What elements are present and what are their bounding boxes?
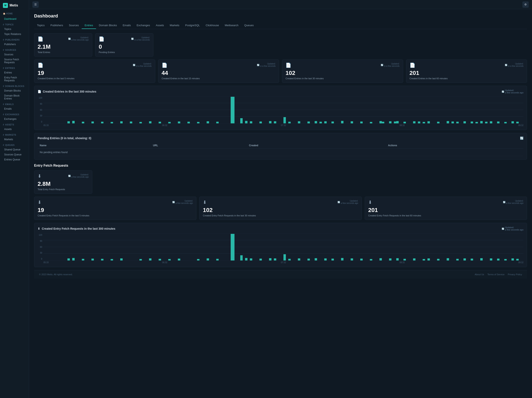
svg-rect-78: [139, 259, 142, 261]
svg-rect-84: [207, 258, 209, 261]
chart1-title: 📄 Created Entries in the last 300 minute…: [38, 89, 524, 94]
svg-rect-103: [380, 258, 382, 261]
app-logo[interactable]: M Metis: [0, 0, 29, 11]
pending-update-label: 🔄 Updated:in a few seconds: [131, 36, 150, 41]
svg-rect-106: [404, 259, 406, 261]
sidebar-item-domain-block-entries[interactable]: Domain Block Entries: [0, 93, 29, 101]
svg-rect-111: [447, 258, 449, 261]
download-icon2: ⬇: [38, 200, 41, 205]
sidebar-item-dashboard[interactable]: Dashboard: [0, 16, 29, 21]
sidebar-item-publishers[interactable]: Publishers: [0, 42, 29, 47]
sidebar-item-sources[interactable]: Sources: [0, 52, 29, 57]
entries-5min-label: Created Entries in the last 5 minutes: [38, 77, 152, 80]
sidebar-item-sources-queue[interactable]: Sources Queue: [0, 152, 29, 157]
svg-rect-117: [497, 259, 500, 261]
sidebar-section-emails: EMAILS: [0, 101, 29, 106]
sidebar: M Metis 🏠 HOME Dashboard TOPICS Topics T…: [0, 0, 29, 398]
svg-rect-88: [250, 258, 252, 261]
svg-rect-54: [456, 122, 459, 123]
sidebar-section-assets: ASSETS: [0, 122, 29, 127]
logo-icon: M: [3, 3, 8, 8]
svg-rect-52: [447, 121, 449, 123]
efr-stats-row: ⬇ 🔄Updated:a few seconds ago 19 Created …: [34, 197, 527, 220]
sidebar-item-entries[interactable]: Entries: [0, 70, 29, 75]
menu-button[interactable]: ☰: [32, 1, 39, 8]
sidebar-item-entry-fetch-requests[interactable]: Entry Fetch Requests: [0, 75, 29, 83]
svg-rect-105: [396, 258, 399, 261]
sidebar-item-markets[interactable]: Markets: [0, 137, 29, 142]
svg-rect-102: [370, 259, 372, 261]
entries-60min-label: Created Entries in the last 60 minutes: [410, 77, 524, 80]
sidebar-item-exchanges[interactable]: Exchanges: [0, 117, 29, 122]
svg-rect-70: [231, 234, 234, 261]
tab-domain-blocks[interactable]: Domain Blocks: [96, 22, 120, 29]
svg-rect-62: [504, 122, 507, 123]
svg-rect-50: [427, 121, 430, 123]
settings-button[interactable]: ⚙: [522, 1, 529, 8]
total-entries-label: Total Entries: [38, 51, 89, 53]
tab-assets[interactable]: Assets: [153, 22, 167, 29]
svg-rect-24: [245, 121, 247, 123]
footer-privacy[interactable]: Privacy Policy: [508, 273, 522, 276]
svg-rect-100: [351, 258, 353, 261]
entry-fetch-heading: Entry Fetch Requests: [34, 164, 527, 168]
svg-rect-93: [288, 259, 291, 261]
svg-rect-120: [516, 259, 519, 261]
entries-60min-value: 201: [410, 70, 524, 76]
sidebar-item-topics[interactable]: Topics: [0, 27, 29, 32]
tab-emails[interactable]: Emails: [120, 22, 134, 29]
sidebar-item-emails[interactable]: Emails: [0, 106, 29, 111]
update-time: a few seconds ago: [71, 39, 89, 41]
pending-entries-section: Pending Entries (0 in total, showing: 0)…: [34, 133, 527, 160]
svg-rect-85: [216, 259, 219, 261]
download-icon3: ⬇: [203, 200, 207, 205]
footer-about[interactable]: About Us: [475, 273, 484, 276]
total-entries-value: 2.1M: [38, 44, 89, 50]
sidebar-item-source-fetch-requests[interactable]: Source Fetch Requests: [0, 57, 29, 65]
tab-clickhouse[interactable]: Clickhouse: [203, 22, 222, 29]
entries-5min-card: 📄 🔄Updated:in a few seconds 19 Created E…: [34, 59, 155, 83]
svg-rect-39: [360, 122, 363, 123]
svg-rect-116: [490, 258, 492, 261]
sidebar-item-domain-blocks[interactable]: Domain Blocks: [0, 88, 29, 93]
tab-exchanges[interactable]: Exchanges: [134, 22, 153, 29]
entries-5min-icon: 📄: [38, 63, 43, 68]
main-content: ☰ ⚙ Dashboard Topics Publishers Sources …: [29, 0, 532, 398]
tab-sources[interactable]: Sources: [66, 22, 82, 29]
chart1-svg: [44, 96, 524, 123]
sidebar-home-section: 🏠 HOME: [0, 11, 29, 16]
svg-rect-32: [308, 122, 310, 123]
chart2-dl-icon: ⬇: [38, 227, 40, 230]
tab-markets[interactable]: Markets: [167, 22, 182, 29]
entries-30min-label: Created Entries in the last 30 minutes: [285, 77, 400, 80]
sidebar-item-shared-queue[interactable]: Shared Queue: [0, 147, 29, 152]
pending-refresh-icon[interactable]: 🔄: [520, 137, 524, 140]
tab-postgresql[interactable]: PostgreSQL: [182, 22, 203, 29]
app-name: Metis: [10, 4, 18, 7]
efr-30min-card: ⬇ 🔄Updated:a few seconds ago 102 Created…: [199, 197, 361, 220]
entries-30min-value: 102: [285, 70, 400, 76]
svg-rect-23: [240, 118, 243, 123]
entries-5min-value: 19: [38, 70, 152, 76]
entries-30min-card: 📄 🔄Updated:in a few seconds 102 Created …: [282, 59, 403, 83]
tab-meilisearch[interactable]: Meilisearch: [222, 22, 241, 29]
tab-topics[interactable]: Topics: [34, 22, 48, 29]
svg-rect-29: [284, 117, 286, 123]
tab-publishers[interactable]: Publishers: [48, 22, 66, 29]
sidebar-item-entries-queue[interactable]: Entries Queue: [0, 157, 29, 162]
svg-rect-80: [158, 259, 161, 261]
tab-queues[interactable]: Queues: [241, 22, 257, 29]
footer-terms[interactable]: Terms of Service: [488, 273, 505, 276]
svg-rect-55: [463, 121, 466, 123]
topbar: ☰ ⚙: [29, 0, 532, 9]
efr-30min-value: 102: [203, 207, 358, 214]
tab-entries[interactable]: Entries: [82, 22, 96, 29]
col-created: Created: [247, 142, 386, 149]
stat-update-label: 🔄 Updated:a few seconds ago: [68, 36, 89, 41]
chart1-xaxis: 05:33 06:32 07:32 08:32 09:32: [44, 124, 524, 126]
chart2-svg: [44, 234, 524, 261]
sidebar-item-topic-relations[interactable]: Topic Relations: [0, 32, 29, 37]
col-actions: Actions: [386, 142, 524, 149]
sidebar-item-assets[interactable]: Assets: [0, 127, 29, 132]
sidebar-section-topics: TOPICS: [0, 21, 29, 27]
